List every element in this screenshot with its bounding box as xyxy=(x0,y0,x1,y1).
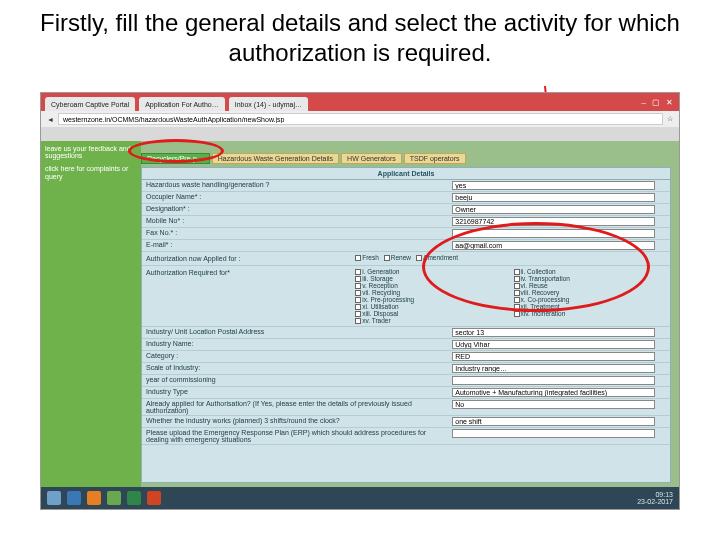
auth-type-option[interactable]: Fresh xyxy=(355,254,379,261)
field-label: Industry/ Unit Location Postal Address xyxy=(142,327,448,338)
checkbox-icon[interactable] xyxy=(355,304,361,310)
auth-type-option[interactable]: Renew xyxy=(384,254,411,261)
checkbox-icon[interactable] xyxy=(355,318,361,324)
auth-activity-option[interactable]: x. Co-processing xyxy=(514,296,668,303)
checkbox-icon[interactable] xyxy=(514,290,520,296)
bookmark-bar xyxy=(41,127,679,141)
checkbox-icon[interactable] xyxy=(355,311,361,317)
address-bar: ◄ ☆ xyxy=(41,111,679,127)
form-tabs: Recyclers/Pre-p… Hazardous Waste Generat… xyxy=(141,153,466,164)
field-input[interactable] xyxy=(452,364,655,373)
form-row: Already applied for Authorisation? (If Y… xyxy=(142,399,670,416)
tab-recyclers[interactable]: Recyclers/Pre-p… xyxy=(141,153,210,164)
field-input[interactable] xyxy=(452,400,655,409)
explorer-icon[interactable] xyxy=(67,491,81,505)
auth-activity-option[interactable] xyxy=(514,317,668,324)
form-row: Industry Name: xyxy=(142,339,670,351)
auth-activity-option[interactable]: iv. Transportation xyxy=(514,275,668,282)
field-input[interactable] xyxy=(452,241,655,250)
auth-activity-option[interactable]: xiv. Incineration xyxy=(514,310,668,317)
checkbox-icon[interactable] xyxy=(514,304,520,310)
field-label: Mobile No* : xyxy=(142,216,448,227)
form-row: year of commissioning xyxy=(142,375,670,387)
back-icon[interactable]: ◄ xyxy=(47,116,54,123)
field-input[interactable] xyxy=(452,181,655,190)
checkbox-icon[interactable] xyxy=(514,297,520,303)
checkbox-icon[interactable] xyxy=(355,269,361,275)
auth-activity-option[interactable]: xi. Utilisation xyxy=(355,303,509,310)
auth-activity-option[interactable]: vii. Recycling xyxy=(355,289,509,296)
page-content: leave us your feedback and suggestions c… xyxy=(41,141,679,487)
field-input[interactable] xyxy=(452,340,655,349)
auth-type-option[interactable]: Amendment xyxy=(416,254,458,261)
auth-activity-option[interactable]: xv. Trader xyxy=(355,317,509,324)
checkbox-icon[interactable] xyxy=(514,276,520,282)
field-input[interactable] xyxy=(452,217,655,226)
field-input[interactable] xyxy=(452,429,655,438)
form-row: Mobile No* : xyxy=(142,216,670,228)
auth-activity-option[interactable]: ii. Collection xyxy=(514,268,668,275)
checkbox-icon[interactable] xyxy=(355,276,361,282)
field-input[interactable] xyxy=(452,376,655,385)
field-input[interactable] xyxy=(452,352,655,361)
browser-tab[interactable]: Inbox (14) - udymaj… xyxy=(229,97,308,111)
ppt-icon[interactable] xyxy=(147,491,161,505)
minimize-icon[interactable]: – xyxy=(642,98,646,107)
checkbox-icon[interactable] xyxy=(514,283,520,289)
field-label: Industry Name: xyxy=(142,339,448,350)
system-clock[interactable]: 09:13 23-02-2017 xyxy=(637,491,673,505)
maximize-icon[interactable]: ▢ xyxy=(652,98,660,107)
checkbox-icon[interactable] xyxy=(416,255,422,261)
sidebar-link[interactable]: click here for complaints or query xyxy=(45,165,137,182)
field-input[interactable] xyxy=(452,193,655,202)
auth-activity-option[interactable]: xii. Treatment xyxy=(514,303,668,310)
form-row: Category : xyxy=(142,351,670,363)
auth-required-label: Authorization Required for* xyxy=(142,266,353,326)
field-label: Fax No.* : xyxy=(142,228,448,239)
start-icon[interactable] xyxy=(47,491,61,505)
auth-activity-option[interactable]: ix. Pre-processing xyxy=(355,296,509,303)
auth-activity-option[interactable]: xiii. Disposal xyxy=(355,310,509,317)
excel-icon[interactable] xyxy=(127,491,141,505)
browser-tab[interactable]: Cyberoam Captive Portal xyxy=(45,97,135,111)
checkbox-icon[interactable] xyxy=(355,297,361,303)
folder-icon[interactable] xyxy=(87,491,101,505)
star-icon[interactable]: ☆ xyxy=(667,115,673,123)
field-label: Already applied for Authorisation? (If Y… xyxy=(142,399,448,415)
checkbox-icon[interactable] xyxy=(514,311,520,317)
form-row: Whether the industry works (planned) 3 s… xyxy=(142,416,670,428)
tab-hw-generation[interactable]: Hazardous Waste Generation Details xyxy=(212,153,339,164)
auth-activity-option[interactable]: vi. Reuse xyxy=(514,282,668,289)
checkbox-icon[interactable] xyxy=(355,283,361,289)
browser-tabstrip: Cyberoam Captive Portal Application For … xyxy=(41,93,679,111)
url-input[interactable] xyxy=(58,113,663,125)
auth-activity-option[interactable]: iii. Storage xyxy=(355,275,509,282)
browser-tab[interactable]: Application For Autho… xyxy=(139,97,225,111)
field-input[interactable] xyxy=(452,328,655,337)
field-label: Hazardous waste handling/generation ? xyxy=(142,180,448,191)
field-input[interactable] xyxy=(452,229,655,238)
browser-window: Cyberoam Captive Portal Application For … xyxy=(40,92,680,510)
field-label: Scale of Industry: xyxy=(142,363,448,374)
tab-hw-generators[interactable]: HW Generators xyxy=(341,153,402,164)
field-input[interactable] xyxy=(452,388,655,397)
checkbox-icon[interactable] xyxy=(384,255,390,261)
chrome-icon[interactable] xyxy=(107,491,121,505)
sidebar-heading: leave us your feedback and suggestions xyxy=(45,145,137,159)
checkbox-icon[interactable] xyxy=(355,255,361,261)
form-row: Please upload the Emergency Response Pla… xyxy=(142,428,670,445)
field-input[interactable] xyxy=(452,417,655,426)
checkbox-icon[interactable] xyxy=(514,269,520,275)
close-icon[interactable]: ✕ xyxy=(666,98,673,107)
auth-type-label: Authorization now Applied for : xyxy=(142,252,353,265)
auth-activity-option[interactable]: viii. Recovery xyxy=(514,289,668,296)
checkbox-icon[interactable] xyxy=(355,290,361,296)
field-input[interactable] xyxy=(452,205,655,214)
auth-activity-option[interactable]: i. Generation xyxy=(355,268,509,275)
applicant-form: Applicant Details Hazardous waste handli… xyxy=(141,167,671,483)
slide-title: Firstly, fill the general details and se… xyxy=(0,0,720,72)
tab-tsdf[interactable]: TSDF operators xyxy=(404,153,466,164)
sidebar: leave us your feedback and suggestions c… xyxy=(41,141,141,487)
auth-activity-option[interactable]: v. Reception xyxy=(355,282,509,289)
field-label: Whether the industry works (planned) 3 s… xyxy=(142,416,448,427)
